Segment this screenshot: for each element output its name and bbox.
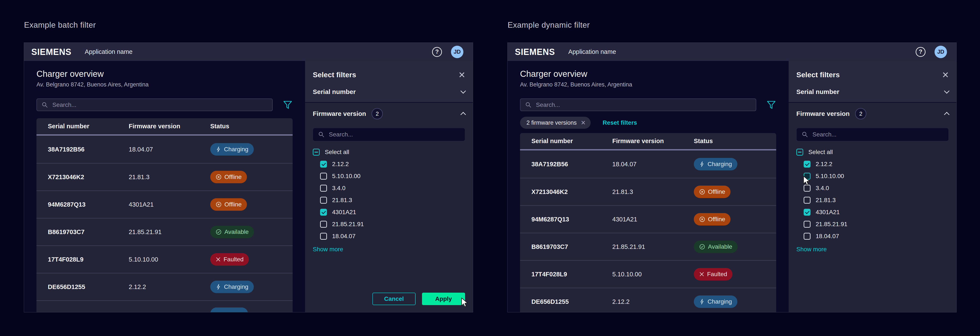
table-row-partial (37, 300, 293, 312)
filter-option[interactable]: 3.4.0 (803, 184, 949, 192)
bolt-icon (216, 284, 221, 290)
filter-option[interactable]: 21.85.21.91 (803, 220, 949, 228)
table-header-row: Serial number Firmware version Status (37, 118, 293, 134)
chevron-down-icon (460, 88, 466, 94)
avatar[interactable]: JD (451, 46, 463, 58)
circle-check-icon (216, 229, 222, 235)
firmware-cell: 21.85.21.91 (612, 243, 694, 250)
firmware-cell: 18.04.07 (129, 146, 210, 153)
chevron-down-icon (944, 88, 949, 94)
table-row[interactable]: X7213046K2 21.81.3 Offline (520, 178, 776, 205)
circle-x-icon (216, 174, 222, 180)
filter-search-box (313, 128, 465, 141)
filter-option[interactable]: 4301A21 (320, 208, 465, 216)
table-row[interactable]: 38A7192B56 18.04.07 Charging (37, 135, 293, 163)
checkbox-checked-icon (803, 161, 811, 167)
table-row[interactable]: DE656D1255 2.12.2 Charging (520, 288, 776, 312)
firmware-cell: 4301A21 (129, 201, 210, 208)
filter-option[interactable]: 2.12.2 (320, 160, 465, 168)
table-search-input[interactable] (536, 102, 751, 108)
filter-funnel-icon[interactable] (283, 100, 293, 110)
table-row[interactable]: 94M6287Q13 4301A21 Offline (520, 205, 776, 233)
example-title-dynamic: Example dynamic filter (508, 21, 590, 30)
filter-section-serial-number[interactable]: Serial number (313, 86, 465, 98)
firmware-cell: 21.81.3 (612, 188, 694, 196)
table-header-row: Serial number Firmware version Status (520, 133, 776, 149)
chevron-up-icon (944, 112, 949, 117)
filter-panel-top: Select filters × Serial number (789, 61, 956, 103)
circle-x-icon (699, 216, 705, 222)
table-row[interactable]: 38A7192B56 18.04.07 Charging (520, 150, 776, 178)
serial-cell: 17T4F028L9 (48, 256, 129, 263)
checkbox-icon (320, 197, 327, 204)
option-label: 4301A21 (816, 209, 840, 216)
avatar[interactable]: JD (934, 46, 947, 58)
filter-option[interactable]: 4301A21 (803, 208, 949, 216)
filter-option[interactable]: 2.12.2 (803, 160, 949, 168)
table-row[interactable]: DE656D1255 2.12.2 Charging (37, 273, 293, 300)
show-more-link[interactable]: Show more (796, 246, 949, 253)
table-row[interactable]: 17T4F028L9 5.10.10.00 Faulted (520, 260, 776, 288)
checkbox-pressed-icon (803, 173, 811, 180)
main-content: Charger overview Av. Belgrano 8742, Buen… (24, 61, 305, 312)
select-all-checkbox[interactable]: Select all (796, 148, 949, 156)
status-badge: Faulted (694, 268, 732, 280)
chip-remove-icon[interactable]: × (581, 119, 585, 127)
checkbox-icon (803, 233, 811, 240)
filter-option[interactable]: 18.04.07 (320, 232, 465, 240)
filter-option-pressed[interactable]: 5.10.10.00 (803, 172, 949, 180)
filter-search-input[interactable] (329, 131, 460, 138)
help-icon[interactable]: ? (916, 47, 926, 57)
option-label: 21.81.3 (816, 197, 835, 204)
page-subtitle: Av. Belgrano 8742, Buenos Aires, Argenti… (37, 81, 305, 88)
table-row[interactable]: 94M6287Q13 4301A21 Offline (37, 191, 293, 218)
filter-option[interactable]: 21.81.3 (320, 196, 465, 204)
serial-cell: X7213046K2 (531, 188, 612, 196)
status-badge: Charging (694, 295, 737, 308)
active-filter-chip[interactable]: 2 firmware versions × (520, 117, 590, 129)
filter-option[interactable]: 21.81.3 (803, 196, 949, 204)
option-label: 2.12.2 (332, 161, 349, 167)
apply-button[interactable]: Apply (422, 293, 465, 305)
filter-search-box (796, 128, 949, 141)
filter-option[interactable]: 18.04.07 (803, 232, 949, 240)
filter-search-input[interactable] (813, 131, 943, 138)
reset-filters-link[interactable]: Reset filters (603, 119, 637, 126)
checkbox-icon (803, 185, 811, 192)
close-icon[interactable]: × (459, 69, 465, 80)
filter-section-serial-number[interactable]: Serial number (796, 86, 949, 98)
firmware-cell: 21.85.21.91 (129, 229, 210, 236)
status-badge: Offline (694, 213, 730, 226)
table-row[interactable]: 17T4F028L9 5.10.10.00 Faulted (37, 245, 293, 273)
help-glyph: ? (435, 48, 439, 55)
filter-option[interactable]: 3.4.0 (320, 184, 465, 192)
table-row[interactable]: X7213046K2 21.81.3 Offline (37, 163, 293, 191)
serial-cell: DE656D1255 (48, 283, 129, 290)
page-title: Charger overview (37, 69, 305, 79)
help-icon[interactable]: ? (432, 47, 442, 57)
search-icon (802, 131, 808, 138)
filter-funnel-icon[interactable] (766, 100, 776, 110)
x-icon (216, 257, 221, 262)
select-all-checkbox[interactable]: Select all (313, 148, 465, 156)
filter-option[interactable]: 21.85.21.91 (320, 220, 465, 228)
serial-cell: B8619703C7 (48, 229, 129, 236)
table-row[interactable]: B8619703C7 21.85.21.91 Available (520, 233, 776, 260)
app-name: Application name (568, 48, 616, 55)
column-header: Firmware version (129, 123, 210, 130)
cancel-button[interactable]: Cancel (372, 293, 415, 305)
x-icon (699, 272, 704, 277)
serial-cell: 94M6287Q13 (48, 201, 129, 208)
close-icon[interactable]: × (942, 69, 949, 80)
filter-panel: Select filters × Serial number Firmware … (305, 61, 473, 312)
checkbox-checked-icon (803, 209, 811, 216)
table-search-input[interactable] (52, 102, 267, 108)
show-more-link[interactable]: Show more (313, 246, 465, 253)
table-row[interactable]: B8619703C7 21.85.21.91 Available (37, 218, 293, 245)
serial-cell: 38A7192B56 (531, 161, 612, 168)
filter-section-firmware-version[interactable]: Firmware version 2 (796, 107, 949, 120)
filter-section-firmware-version[interactable]: Firmware version 2 (313, 107, 465, 120)
filter-option[interactable]: 5.10.10.00 (320, 172, 465, 180)
bolt-icon (216, 147, 221, 152)
checkbox-icon (320, 173, 327, 180)
